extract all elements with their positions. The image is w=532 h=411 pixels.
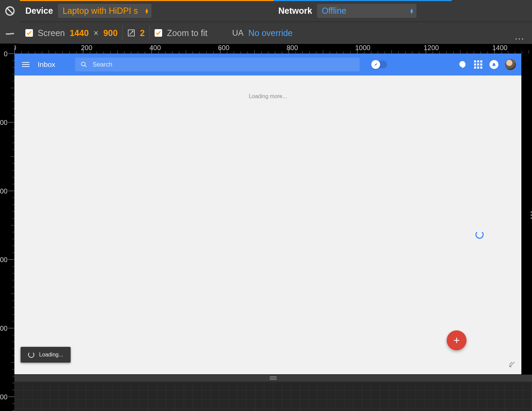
toast-text: Loading... [39,352,63,358]
screen-label: Screen [38,28,65,38]
viewport-right-grip[interactable] [529,211,532,219]
chevron-updown-icon: ▴▾ [145,8,148,14]
loading-toast: Loading... [21,347,71,363]
dimension-separator: × [94,28,99,38]
viewport-bottom-grip[interactable] [14,375,532,381]
zoom-checkbox[interactable] [155,29,162,37]
ua-label: UA [232,28,243,38]
inbox-title: Inbox [38,60,55,69]
dpr-value[interactable]: 2 [140,28,145,38]
search-bar[interactable] [75,58,360,71]
hangouts-icon[interactable] [458,60,467,69]
vertical-ruler: 02004006008001000 [0,44,14,411]
disable-cache-icon[interactable] [0,0,20,22]
svg-line-4 [85,65,86,67]
pin-toggle[interactable] [371,61,387,68]
search-icon [81,61,87,68]
resize-handle-icon[interactable] [509,361,515,369]
avatar[interactable] [505,59,516,70]
device-select-value: Laptop with HiDPI s [63,6,138,16]
device-select[interactable]: Laptop with HiDPI s ▴▾ [58,4,152,18]
pin-icon [373,62,378,67]
device-grid-background [14,381,532,411]
screen-width[interactable]: 1440 [70,28,89,38]
compose-fab[interactable]: + [447,330,467,350]
emulated-viewport: Inbox Loading more... + [14,54,521,374]
devtools-left-strip [0,0,20,44]
dock-side-icon[interactable] [0,22,20,44]
inbox-header: Inbox [14,54,521,75]
network-label: Network [278,6,312,16]
zoom-label: Zoom to fit [167,28,207,38]
more-menu-icon[interactable]: ⋯ [515,33,525,44]
spinner-icon [475,231,484,239]
ua-value[interactable]: No override [249,28,293,38]
device-label: Device [25,6,53,16]
notifications-icon[interactable] [489,60,499,69]
loading-more-text: Loading more... [14,75,521,99]
horizontal-ruler: 0200400600800100012001400 [0,44,532,54]
screen-height[interactable]: 900 [103,28,118,38]
inbox-body: Loading more... + Loading... [14,75,521,374]
spinner-icon [28,352,34,358]
apps-grid-icon[interactable] [473,60,483,69]
device-toolbar: Device Laptop with HiDPI s ▴▾ Network Of… [20,0,532,44]
network-select-value: Offline [322,6,347,16]
svg-point-3 [82,62,85,66]
dpr-icon [128,29,135,37]
svg-line-1 [7,8,13,14]
search-input[interactable] [93,61,354,68]
network-select[interactable]: Offline ▴▾ [317,4,416,18]
chevron-updown-icon: ▴▾ [410,8,413,14]
screen-checkbox[interactable] [25,29,33,37]
hamburger-menu-icon[interactable] [20,60,32,69]
